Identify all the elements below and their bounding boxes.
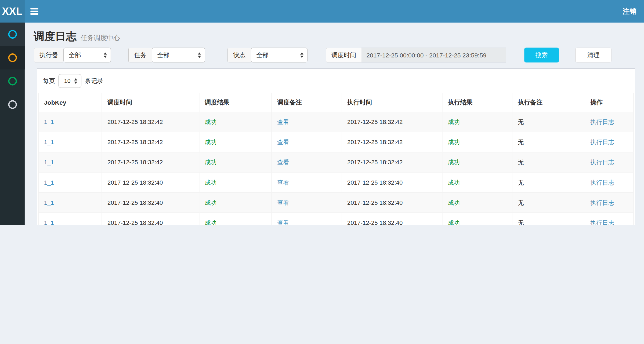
- circle-outline-gray-icon: [8, 100, 17, 109]
- sidebar-item-circle-outline-green[interactable]: [0, 69, 25, 93]
- app-logo[interactable]: XXL: [0, 0, 25, 23]
- trigger-time-cell: 2017-12-25 18:32:42: [107, 159, 163, 166]
- trigger-result-text-cell: 成功: [199, 152, 272, 172]
- filter-bar: 执行器 全部 任务 全部 状态 全部: [34, 48, 644, 63]
- jobkey-link[interactable]: 1_1: [44, 159, 54, 166]
- trigger-result-text-cell: 成功: [199, 172, 272, 192]
- table-row: 1_12017-12-25 18:32:40成功查看2017-12-25 18:…: [38, 192, 634, 213]
- select-arrows-icon: [300, 53, 303, 58]
- trigger-result-text: 成功: [205, 199, 216, 206]
- jobkey-link-cell: 1_1: [38, 152, 102, 172]
- exec-log-link[interactable]: 执行日志: [590, 179, 614, 185]
- table-row: 1_12017-12-25 18:32:40成功查看2017-12-25 18:…: [38, 213, 634, 225]
- jobkey-link-cell: 1_1: [38, 172, 102, 192]
- handle-result-text-cell: 成功: [442, 213, 512, 225]
- job-filter-group: 任务 全部: [128, 48, 205, 63]
- trigger-time-cell-cell: 2017-12-25 18:32:42: [102, 152, 199, 172]
- table-row: 1_12017-12-25 18:32:42成功查看2017-12-25 18:…: [38, 152, 634, 172]
- handle-result-text: 成功: [448, 199, 460, 206]
- jobkey-link[interactable]: 1_1: [44, 179, 54, 186]
- clear-button[interactable]: 清理: [575, 48, 612, 63]
- handle-remark-cell-cell: 无: [512, 172, 585, 192]
- sidebar-item-circle-outline-gray[interactable]: [0, 93, 25, 116]
- handle-remark-cell: 无: [518, 219, 524, 225]
- handle-time-cell: 2017-12-25 18:32:42: [347, 159, 403, 166]
- trigger-remark-link[interactable]: 查看: [277, 199, 289, 206]
- exec-log-link[interactable]: 执行日志: [590, 219, 614, 225]
- trigger-time-cell: 2017-12-25 18:32:40: [107, 179, 163, 186]
- job-filter-label: 任务: [128, 48, 152, 63]
- select-arrows-icon: [198, 53, 201, 58]
- trigger-result-text: 成功: [205, 139, 216, 145]
- trigger-remark-link[interactable]: 查看: [277, 139, 289, 145]
- trigger-remark-link-cell: 查看: [272, 132, 342, 152]
- jobkey-link[interactable]: 1_1: [44, 139, 54, 145]
- trigger-remark-link[interactable]: 查看: [277, 159, 289, 165]
- jobkey-link-cell: 1_1: [38, 213, 102, 225]
- mini-sidebar: [0, 23, 25, 225]
- executor-select[interactable]: 全部: [63, 48, 111, 63]
- trigger-time-cell-cell: 2017-12-25 18:32:42: [102, 132, 199, 152]
- sidebar-toggle-button[interactable]: [25, 0, 44, 23]
- status-select[interactable]: 全部: [251, 48, 307, 63]
- select-arrows-icon: [74, 78, 77, 83]
- trigger-remark-link[interactable]: 查看: [277, 119, 289, 125]
- select-arrows-icon: [104, 53, 107, 58]
- trigger-result-text-cell: 成功: [199, 132, 272, 152]
- exec-log-link-cell: 执行日志: [585, 132, 634, 152]
- trigger-time-cell: 2017-12-25 18:32:40: [107, 219, 163, 225]
- column-header: 调度备注: [272, 93, 342, 112]
- handle-remark-cell: 无: [518, 139, 524, 145]
- trigger-remark-link[interactable]: 查看: [277, 179, 289, 185]
- column-header: 执行备注: [512, 93, 585, 112]
- trigger-time-range-input[interactable]: [361, 48, 506, 63]
- column-header: 执行结果: [442, 93, 512, 112]
- trigger-time-cell-cell: 2017-12-25 18:32:42: [102, 112, 199, 132]
- jobkey-link[interactable]: 1_1: [44, 119, 54, 125]
- handle-result-text-cell: 成功: [442, 132, 512, 152]
- handle-remark-cell-cell: 无: [512, 192, 585, 213]
- content-header: 调度日志 任务调度中心: [25, 23, 644, 47]
- handle-time-cell: 2017-12-25 18:32:42: [347, 139, 403, 145]
- handle-time-cell: 2017-12-25 18:32:40: [347, 219, 403, 225]
- handle-time-cell-cell: 2017-12-25 18:32:42: [342, 152, 442, 172]
- handle-result-text: 成功: [448, 179, 460, 185]
- sidebar-item-circle-outline-aqua[interactable]: [0, 23, 25, 46]
- log-table-box: 每页 10 条记录 JobKey调度时间调度结果调度备注执行时间执行结果执行备注…: [37, 68, 635, 225]
- trigger-remark-link[interactable]: 查看: [277, 219, 289, 225]
- handle-result-text-cell: 成功: [442, 152, 512, 172]
- circle-outline-green-icon: [8, 77, 17, 85]
- exec-log-link[interactable]: 执行日志: [590, 159, 614, 165]
- page-title: 调度日志: [34, 29, 77, 44]
- handle-time-cell: 2017-12-25 18:32:42: [347, 119, 403, 125]
- handle-result-text-cell: 成功: [442, 112, 512, 132]
- handle-result-text: 成功: [448, 159, 460, 165]
- handle-remark-cell: 无: [518, 199, 524, 206]
- page-length-row: 每页 10 条记录: [38, 69, 634, 93]
- top-navbar: XXL 注销: [0, 0, 644, 23]
- jobkey-link[interactable]: 1_1: [44, 219, 54, 225]
- logout-link[interactable]: 注销: [615, 0, 644, 23]
- trigger-remark-link-cell: 查看: [272, 152, 342, 172]
- exec-log-link[interactable]: 执行日志: [590, 119, 614, 125]
- trigger-result-text: 成功: [205, 179, 216, 185]
- column-header: JobKey: [38, 93, 102, 112]
- page-length-select[interactable]: 10: [58, 74, 81, 88]
- sidebar-item-circle-outline-orange[interactable]: [0, 46, 25, 69]
- handle-result-text-cell: 成功: [442, 192, 512, 213]
- executor-filter-label: 执行器: [34, 48, 63, 63]
- column-header: 调度时间: [102, 93, 199, 112]
- job-select[interactable]: 全部: [152, 48, 205, 63]
- navbar-spacer: [44, 0, 615, 23]
- table-row: 1_12017-12-25 18:32:42成功查看2017-12-25 18:…: [38, 132, 634, 152]
- exec-log-link[interactable]: 执行日志: [590, 199, 614, 206]
- handle-remark-cell-cell: 无: [512, 213, 585, 225]
- search-button[interactable]: 搜索: [524, 48, 559, 63]
- column-header: 调度结果: [199, 93, 272, 112]
- handle-result-text-cell: 成功: [442, 172, 512, 192]
- trigger-remark-link-cell: 查看: [272, 192, 342, 213]
- table-row: 1_12017-12-25 18:32:42成功查看2017-12-25 18:…: [38, 112, 634, 132]
- jobkey-link[interactable]: 1_1: [44, 199, 54, 206]
- exec-log-link-cell: 执行日志: [585, 112, 634, 132]
- exec-log-link[interactable]: 执行日志: [590, 139, 614, 145]
